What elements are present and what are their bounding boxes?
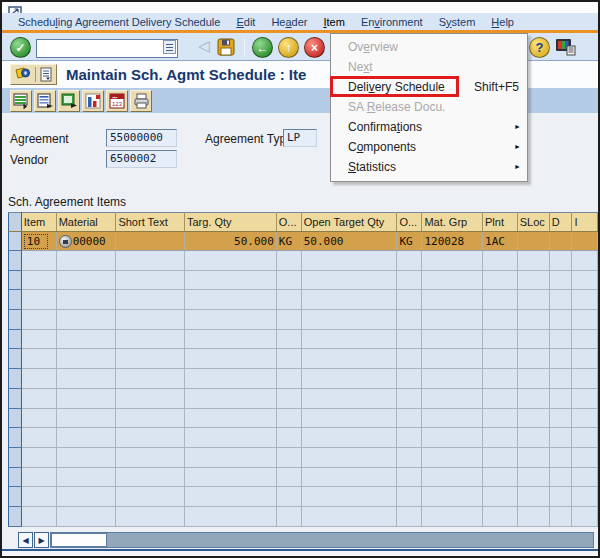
empty-cell[interactable]	[301, 428, 397, 448]
empty-cell[interactable]	[185, 428, 277, 448]
empty-cell[interactable]	[483, 388, 518, 408]
row-select-cell[interactable]	[9, 310, 22, 330]
row-select-cell[interactable]	[9, 408, 22, 428]
empty-cell[interactable]	[276, 310, 301, 330]
empty-cell[interactable]	[422, 467, 483, 487]
empty-cell[interactable]	[56, 506, 116, 526]
empty-cell[interactable]	[517, 388, 549, 408]
empty-cell[interactable]	[572, 447, 598, 467]
title-services-button[interactable]	[10, 64, 57, 85]
empty-cell[interactable]	[517, 408, 549, 428]
menu-item-confirmations[interactable]: Confirmations►	[331, 117, 527, 137]
empty-cell[interactable]	[21, 467, 56, 487]
empty-cell[interactable]	[397, 447, 422, 467]
empty-cell[interactable]	[56, 290, 116, 310]
item-details-icon[interactable]	[34, 90, 56, 112]
col-header-i[interactable]: I	[572, 213, 598, 232]
empty-cell[interactable]	[483, 447, 518, 467]
menu-header[interactable]: Header	[271, 16, 307, 28]
empty-cell[interactable]	[116, 290, 185, 310]
cell-d[interactable]	[549, 232, 572, 251]
col-header-o[interactable]: O...	[276, 213, 301, 232]
empty-cell[interactable]	[56, 428, 116, 448]
empty-cell[interactable]	[397, 388, 422, 408]
empty-cell[interactable]	[549, 329, 572, 349]
empty-cell[interactable]	[21, 349, 56, 369]
empty-cell[interactable]	[397, 251, 422, 271]
row-select-cell[interactable]	[9, 447, 22, 467]
empty-cell[interactable]	[572, 487, 598, 507]
empty-cell[interactable]	[301, 251, 397, 271]
empty-cell[interactable]	[422, 487, 483, 507]
empty-cell[interactable]	[56, 487, 116, 507]
empty-cell[interactable]	[301, 310, 397, 330]
empty-cell[interactable]	[276, 290, 301, 310]
row-select-cell[interactable]	[9, 388, 22, 408]
agreement-field[interactable]: 55000000	[106, 129, 177, 147]
row-select-cell[interactable]	[9, 349, 22, 369]
empty-cell[interactable]	[572, 408, 598, 428]
exit-icon[interactable]: ↑	[278, 37, 299, 58]
empty-cell[interactable]	[116, 506, 185, 526]
empty-cell[interactable]	[517, 467, 549, 487]
row-select-cell[interactable]	[9, 428, 22, 448]
empty-cell[interactable]	[422, 506, 483, 526]
empty-cell[interactable]	[276, 270, 301, 290]
cell-mat-grp[interactable]: 120028	[422, 232, 483, 251]
cell-plnt[interactable]: 1AC	[483, 232, 518, 251]
empty-cell[interactable]	[422, 447, 483, 467]
empty-cell[interactable]	[483, 408, 518, 428]
graphics-icon[interactable]	[82, 90, 104, 112]
row-select-cell[interactable]	[9, 270, 22, 290]
empty-cell[interactable]	[21, 506, 56, 526]
scroll-left-icon[interactable]: ◀	[18, 532, 33, 548]
empty-cell[interactable]	[483, 369, 518, 389]
col-header-targ-qty[interactable]: Targ. Qty	[185, 213, 277, 232]
empty-cell[interactable]	[56, 388, 116, 408]
empty-cell[interactable]	[422, 251, 483, 271]
col-header-mat-grp[interactable]: Mat. Grp	[422, 213, 483, 232]
empty-cell[interactable]	[116, 467, 185, 487]
cell-o[interactable]: KG	[276, 232, 301, 251]
empty-cell[interactable]	[301, 349, 397, 369]
empty-cell[interactable]	[116, 369, 185, 389]
empty-cell[interactable]	[549, 251, 572, 271]
cell-open-target-qty[interactable]: 50.000	[301, 232, 397, 251]
empty-cell[interactable]	[422, 369, 483, 389]
empty-cell[interactable]	[549, 506, 572, 526]
empty-cell[interactable]	[572, 329, 598, 349]
empty-cell[interactable]	[185, 329, 277, 349]
empty-cell[interactable]	[517, 270, 549, 290]
vendor-field[interactable]: 6500002	[106, 150, 177, 168]
empty-cell[interactable]	[483, 487, 518, 507]
empty-cell[interactable]	[276, 369, 301, 389]
empty-cell[interactable]	[116, 251, 185, 271]
empty-cell[interactable]	[185, 506, 277, 526]
empty-cell[interactable]	[301, 467, 397, 487]
row-select-cell[interactable]	[9, 487, 22, 507]
empty-cell[interactable]	[301, 447, 397, 467]
empty-cell[interactable]	[422, 349, 483, 369]
cell-item[interactable]: 10	[21, 232, 56, 251]
empty-cell[interactable]	[21, 251, 56, 271]
empty-cell[interactable]	[483, 506, 518, 526]
empty-cell[interactable]	[397, 270, 422, 290]
empty-cell[interactable]	[116, 329, 185, 349]
empty-cell[interactable]	[483, 290, 518, 310]
empty-cell[interactable]	[572, 290, 598, 310]
empty-cell[interactable]	[549, 310, 572, 330]
menu-scheduling-agreement-delivery-schedule[interactable]: Scheduling Agreement Delivery Schedule	[18, 16, 220, 28]
empty-cell[interactable]	[549, 408, 572, 428]
empty-cell[interactable]	[301, 290, 397, 310]
empty-cell[interactable]	[301, 329, 397, 349]
menu-help[interactable]: Help	[491, 16, 514, 28]
menu-item-components[interactable]: Components►	[331, 137, 527, 157]
empty-cell[interactable]	[517, 290, 549, 310]
empty-cell[interactable]	[517, 369, 549, 389]
empty-cell[interactable]	[572, 467, 598, 487]
scrollbar-track[interactable]	[50, 532, 594, 548]
empty-cell[interactable]	[483, 349, 518, 369]
empty-cell[interactable]	[116, 428, 185, 448]
empty-cell[interactable]	[397, 290, 422, 310]
empty-cell[interactable]	[276, 388, 301, 408]
